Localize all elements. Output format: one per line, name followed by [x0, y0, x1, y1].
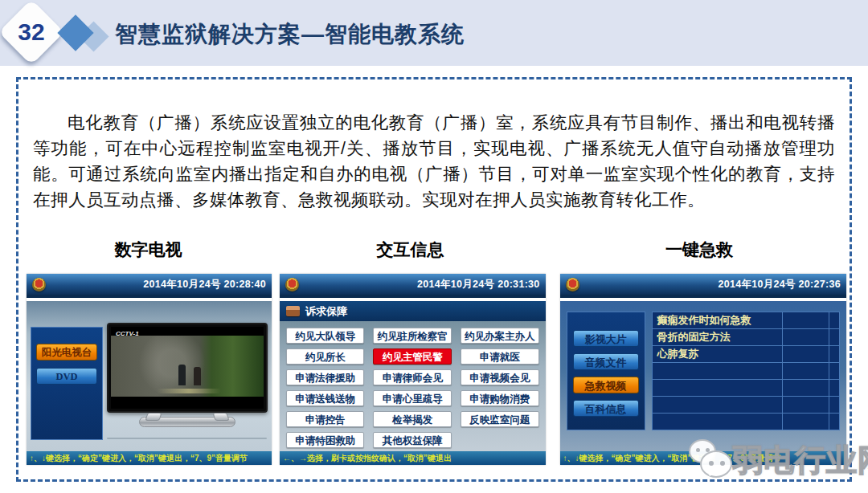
emergency-video-list: 癫痫发作时如何急救 骨折的固定方法 心肺复苏	[652, 312, 840, 430]
video-title-fracture: 骨折的固定方法	[653, 329, 782, 345]
list-cell	[829, 329, 839, 345]
menu-item-meet-warden[interactable]: 约见所长	[286, 348, 365, 365]
list-item[interactable]: 骨折的固定方法	[653, 329, 839, 346]
label-one-key-emergency: 一键急救	[557, 238, 841, 261]
menu-item-apply-medical[interactable]: 申请就医	[461, 348, 539, 365]
emergency-sidebar: 影视大片 音频文件 急救视频 百科信息	[567, 312, 645, 430]
sidebar-item-audio-files[interactable]: 音频文件	[573, 353, 639, 370]
police-badge-icon	[566, 278, 579, 291]
menu-item-cell-issues[interactable]: 反映监室问题	[461, 411, 539, 427]
menu-item-other-rights[interactable]: 其他权益保障	[373, 432, 452, 448]
tv-person-figure	[194, 367, 201, 385]
menu-item-shopping[interactable]: 申请购物消费	[461, 390, 539, 406]
menu-item-legal-aid[interactable]: 申请法律援助	[286, 369, 365, 385]
police-badge-icon	[32, 278, 46, 291]
list-item-empty	[653, 414, 839, 430]
menu-item-meet-prosecutor[interactable]: 约见驻所检察官	[373, 328, 452, 344]
tv-screen: CCTV-1	[111, 327, 264, 409]
menu-item-video-meeting[interactable]: 申请视频会见	[461, 369, 539, 385]
tv-subtitle	[157, 389, 221, 393]
menu-item-meet-duty-police-active[interactable]: 约见主管民警	[373, 348, 452, 365]
appeal-menu-title: 诉求保障	[305, 304, 347, 319]
tv-datetime: 2014年10月24号 20:28:40	[143, 278, 266, 291]
watermark-text: 弱电行业网	[732, 440, 868, 481]
sidebar-item-emergency-videos-active[interactable]: 急救视频	[573, 377, 639, 393]
slide-header-band: 32 智慧监狱解决方案—智能电教系统	[0, 0, 868, 66]
list-cell	[829, 312, 839, 328]
list-item-empty	[653, 380, 839, 397]
tv-body: 阳光电视台 DVD CCTV-1	[27, 301, 272, 451]
interactive-body: 约见大队领导 约见驻所检察官 约见办案主办人 约见所长 约见主管民警 申请就医 …	[280, 321, 546, 451]
video-title-cpr: 心肺复苏	[653, 346, 782, 362]
page-number-diamond: 32	[0, 0, 64, 65]
dvd-button[interactable]: DVD	[36, 368, 97, 385]
label-digital-tv: 数字电视	[27, 238, 270, 261]
list-item-empty	[653, 397, 839, 414]
wechat-icon	[687, 438, 732, 483]
appeal-button-grid: 约见大队领导 约见驻所检察官 约见办案主办人 约见所长 约见主管民警 申请就医 …	[286, 328, 539, 448]
tv-sidebar: 阳光电视台 DVD	[31, 327, 103, 440]
intro-paragraph: 电化教育（广播）系统应设置独立的电化教育（广播）室，系统应具有节目制作、播出和电…	[33, 110, 835, 213]
menu-item-report-expose[interactable]: 检举揭发	[373, 411, 452, 427]
video-title-epilepsy: 癫痫发作时如何急救	[653, 312, 782, 328]
interactive-hint-bar: ←、→选择，刷卡或按指纹确认，“取消”键退出	[280, 451, 546, 465]
appeal-menu-header: 诉求保障	[280, 301, 546, 321]
tv-program-scene	[111, 336, 264, 396]
content-card: 电化教育（广播）系统应设置独立的电化教育（广播）室，系统应具有节目制作、播出和电…	[16, 77, 852, 482]
list-cell	[782, 329, 829, 345]
interactive-datetime: 2014年10月24号 20:31:30	[417, 278, 540, 291]
menu-item-meet-team-leader[interactable]: 约见大队领导	[286, 328, 365, 344]
list-cell	[782, 346, 829, 362]
tv-status-bar: 2014年10月24号 20:28:40	[27, 274, 272, 298]
page-title: 智慧监狱解决方案—智能电教系统	[115, 19, 465, 50]
police-badge-icon	[285, 278, 299, 291]
sunshine-tv-button[interactable]: 阳光电视台	[36, 344, 97, 361]
list-cell	[829, 346, 839, 362]
tv-hint-bar: ↑、↓键选择，“确定”键进入，“取消”键退出，“7、9”音量调节	[27, 451, 272, 465]
tv-stand	[139, 417, 235, 427]
label-interactive-info: 交互信息	[278, 238, 542, 261]
menu-item-send-money-goods[interactable]: 申请送钱送物	[286, 390, 365, 406]
list-item[interactable]: 心肺复苏	[653, 346, 839, 363]
panel-digital-tv: 2014年10月24号 20:28:40 阳光电视台 DVD CCTV-1	[27, 274, 272, 465]
menu-item-psych-counseling[interactable]: 申请心里疏导	[373, 390, 452, 406]
section-labels: 数字电视 交互信息 一键急救	[18, 238, 850, 261]
sidebar-item-movies[interactable]: 影视大片	[573, 330, 639, 347]
tv-set: CCTV-1	[107, 323, 268, 413]
interactive-status-bar: 2014年10月24号 20:31:30	[280, 274, 546, 298]
emergency-status-bar: 2014年10月24号 20:27:36	[560, 274, 846, 298]
list-cell	[782, 312, 829, 328]
tv-person-figure	[178, 365, 186, 385]
appeal-icon	[286, 306, 300, 316]
menu-item-hardship-aid[interactable]: 申请特困救助	[286, 432, 365, 448]
panel-interactive-info: 2014年10月24号 20:31:30 诉求保障 约见大队领导 约见驻所检察官…	[280, 274, 546, 465]
list-item-empty	[653, 363, 839, 380]
menu-item-lawyer-meeting[interactable]: 申请律师会见	[373, 369, 452, 385]
site-watermark: 弱电行业网	[687, 432, 860, 488]
emergency-body: 影视大片 音频文件 急救视频 百科信息 癫痫发作时如何急救 骨折的固定方法	[560, 301, 846, 451]
sidebar-item-encyclopedia[interactable]: 百科信息	[573, 400, 639, 417]
emergency-datetime: 2014年10月24号 20:27:36	[718, 278, 841, 291]
menu-item-complaint[interactable]: 申请控告	[286, 411, 365, 427]
page-number: 32	[8, 9, 55, 55]
menu-item-meet-case-officer[interactable]: 约见办案主办人	[461, 328, 539, 344]
shelf-divider	[107, 438, 267, 439]
list-item[interactable]: 癫痫发作时如何急救	[653, 312, 839, 329]
cctv-channel-logo: CCTV-1	[116, 330, 139, 337]
